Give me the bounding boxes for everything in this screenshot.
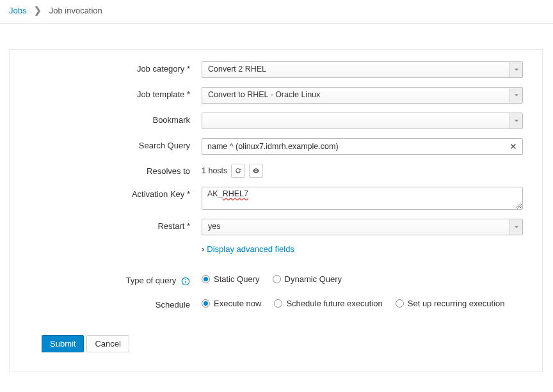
resolves-to-value: 1 hosts xyxy=(202,166,227,175)
radio-icon xyxy=(202,299,210,308)
activation-key-label: Activation Key * xyxy=(10,187,202,199)
breadcrumb-root-link[interactable]: Jobs xyxy=(9,6,26,15)
clear-search-icon[interactable]: ✕ xyxy=(509,141,517,152)
resolves-to-label: Resolves to xyxy=(10,164,202,176)
breadcrumb-current: Job invocation xyxy=(49,6,102,15)
search-query-label: Search Query xyxy=(10,138,202,150)
dropdown-arrow-icon xyxy=(509,219,522,235)
refresh-icon xyxy=(234,167,242,175)
search-query-input[interactable]: name ^ (olinux7.idmrh.example.com) ✕ xyxy=(202,138,523,155)
radio-label: Set up recurring execution xyxy=(408,299,505,308)
restart-label: Restart * xyxy=(10,219,202,231)
restart-select[interactable]: yes xyxy=(202,219,523,235)
dropdown-arrow-icon xyxy=(509,88,522,103)
radio-label: Dynamic Query xyxy=(285,274,342,284)
radio-recurring[interactable]: Set up recurring execution xyxy=(396,299,505,308)
radio-label: Schedule future execution xyxy=(286,299,382,308)
type-of-query-group: Static Query Dynamic Query xyxy=(202,273,523,284)
info-icon[interactable] xyxy=(181,277,190,286)
chevron-right-icon: › xyxy=(202,244,204,254)
job-template-label: Job template * xyxy=(10,87,202,99)
advanced-toggle-label: Display advanced fields xyxy=(207,244,294,254)
radio-icon xyxy=(273,275,281,283)
advanced-fields-toggle[interactable]: ›Display advanced fields xyxy=(202,244,294,254)
job-category-select[interactable]: Convert 2 RHEL xyxy=(202,61,523,78)
schedule-label: Schedule xyxy=(10,297,202,310)
dropdown-arrow-icon xyxy=(509,113,522,129)
refresh-button[interactable] xyxy=(231,164,245,178)
eye-icon xyxy=(252,167,260,175)
job-template-value: Convert to RHEL - Oracle Linux xyxy=(202,88,509,103)
restart-value: yes xyxy=(202,219,509,235)
radio-icon xyxy=(396,299,404,308)
activation-key-prefix: AK_ xyxy=(207,189,223,198)
dropdown-arrow-icon xyxy=(509,62,522,77)
job-category-label: Job category * xyxy=(10,61,202,74)
job-template-select[interactable]: Convert to RHEL - Oracle Linux xyxy=(202,87,523,104)
radio-icon xyxy=(274,299,282,308)
job-category-value: Convert 2 RHEL xyxy=(202,62,509,77)
radio-label: Static Query xyxy=(214,274,260,284)
schedule-group: Execute now Schedule future execution Se… xyxy=(202,297,523,308)
search-query-value: name ^ (olinux7.idmrh.example.com) xyxy=(207,142,509,151)
type-of-query-label: Type of query xyxy=(10,273,202,286)
job-invocation-form: Job category * Convert 2 RHEL Job templa… xyxy=(9,49,543,372)
resize-handle-icon xyxy=(515,202,522,208)
radio-label: Execute now xyxy=(214,299,261,308)
radio-static-query[interactable]: Static Query xyxy=(202,274,260,284)
submit-button[interactable]: Submit xyxy=(42,335,84,352)
radio-dynamic-query[interactable]: Dynamic Query xyxy=(273,274,342,284)
activation-key-input[interactable]: AK_RHEL7 xyxy=(202,187,523,210)
chevron-right-icon: ❯ xyxy=(34,5,42,15)
activation-key-suffix: RHEL7 xyxy=(223,189,248,198)
radio-schedule-future[interactable]: Schedule future execution xyxy=(274,299,382,308)
svg-point-2 xyxy=(185,279,186,280)
radio-execute-now[interactable]: Execute now xyxy=(202,299,261,308)
cancel-button[interactable]: Cancel xyxy=(86,335,129,352)
radio-icon xyxy=(202,275,210,283)
bookmark-value xyxy=(202,113,509,129)
breadcrumb: Jobs ❯ Job invocation xyxy=(0,0,553,24)
preview-button[interactable] xyxy=(249,164,263,178)
bookmark-label: Bookmark xyxy=(10,113,202,125)
bookmark-select[interactable] xyxy=(202,113,523,129)
